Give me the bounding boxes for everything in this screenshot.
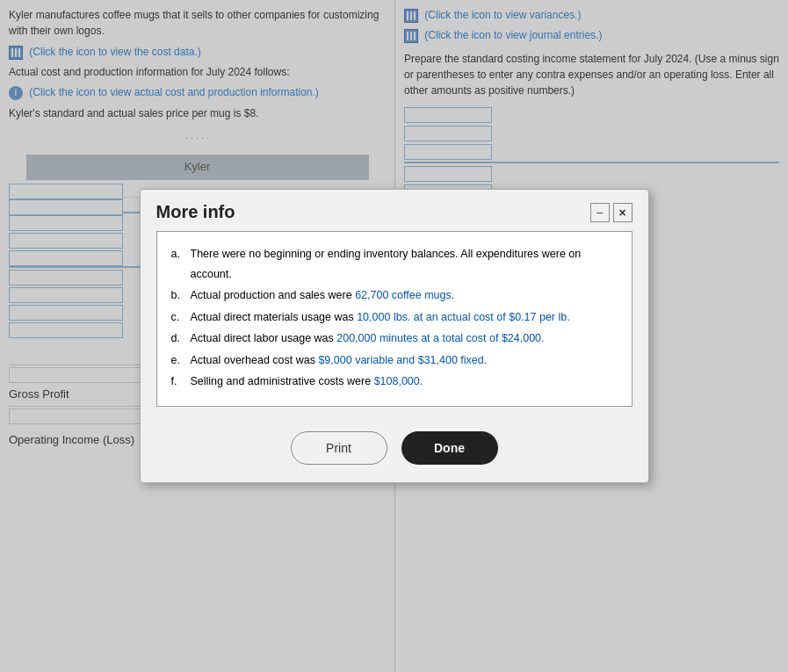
item-a-text: There were no beginning or ending invent…	[191, 244, 618, 284]
item-e-letter: e.	[171, 350, 185, 371]
modal-item-d: d. Actual direct labor usage was 200,000…	[171, 329, 618, 349]
item-d-text: Actual direct labor usage was 200,000 mi…	[191, 329, 618, 349]
modal-item-b: b. Actual production and sales were 62,7…	[171, 285, 618, 306]
item-c-text: Actual direct materials usage was 10,000…	[191, 307, 618, 328]
item-a-letter: a.	[171, 244, 185, 284]
close-icon: ×	[618, 206, 625, 220]
modal-item-f: f. Selling and administrative costs were…	[171, 372, 618, 392]
modal-item-a: a. There were no beginning or ending inv…	[171, 244, 618, 284]
item-e-text: Actual overhead cost was $9,000 variable…	[191, 350, 618, 371]
done-button[interactable]: Done	[401, 431, 498, 465]
item-f-letter: f.	[171, 372, 185, 392]
close-button[interactable]: ×	[613, 203, 633, 222]
modal-title: More info	[156, 202, 235, 222]
item-b-text: Actual production and sales were 62,700 …	[191, 285, 618, 306]
item-b-letter: b.	[171, 285, 185, 306]
modal-body: a. There were no beginning or ending inv…	[156, 231, 633, 407]
print-button[interactable]: Print	[291, 431, 387, 465]
modal-item-c: c. Actual direct materials usage was 10,…	[171, 307, 618, 328]
modal-footer: Print Done	[141, 419, 648, 482]
modal-overlay: More info – × a. There were no beginning…	[0, 0, 788, 672]
item-c-letter: c.	[171, 307, 185, 328]
item-d-letter: d.	[171, 329, 185, 349]
more-info-modal: More info – × a. There were no beginning…	[140, 189, 649, 483]
modal-controls: – ×	[590, 203, 633, 222]
item-f-text: Selling and administrative costs were $1…	[191, 372, 618, 392]
modal-item-e: e. Actual overhead cost was $9,000 varia…	[171, 350, 618, 371]
modal-header: More info – ×	[141, 190, 648, 231]
minimize-button[interactable]: –	[590, 203, 610, 222]
minimize-icon: –	[596, 206, 603, 219]
